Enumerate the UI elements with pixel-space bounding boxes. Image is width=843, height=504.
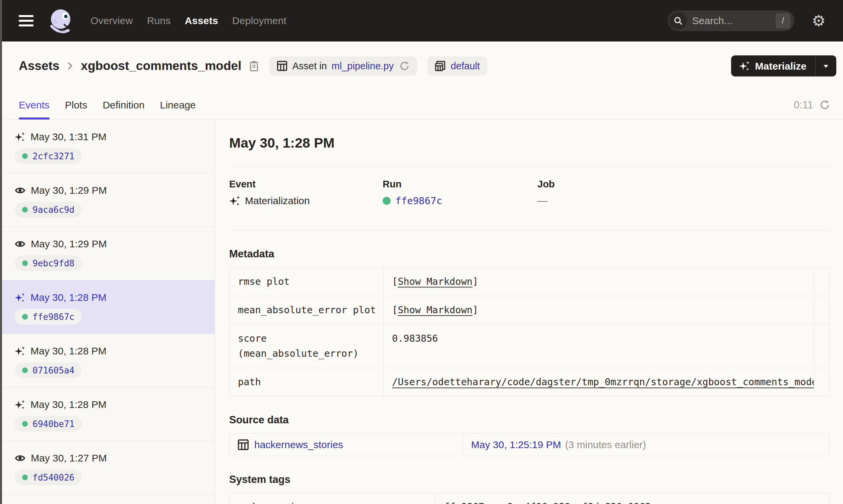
metadata-key: rmse plot bbox=[229, 268, 384, 296]
upstream-asset-link[interactable]: hackernews_stories bbox=[238, 439, 459, 450]
metadata-key: path bbox=[229, 368, 384, 396]
search-icon bbox=[669, 12, 687, 30]
show-markdown-link[interactable]: Show Markdown bbox=[398, 305, 472, 316]
event-list-item[interactable]: May 30, 1:29 PM 9aca6c9d bbox=[0, 173, 215, 227]
run-id-pill[interactable]: ffe9867c bbox=[15, 309, 82, 325]
materialize-button-group: Materialize bbox=[731, 56, 836, 77]
search-box[interactable]: / bbox=[668, 11, 794, 31]
observation-eye-icon bbox=[15, 185, 25, 196]
run-id-link[interactable]: 6940be71 bbox=[33, 419, 74, 429]
tab-events[interactable]: Events bbox=[19, 90, 50, 120]
tab-definition[interactable]: Definition bbox=[103, 90, 144, 120]
metadata-key: score (mean_absolute_error) bbox=[229, 325, 384, 368]
nav-item-overview[interactable]: Overview bbox=[90, 15, 133, 26]
copy-asset-name-icon[interactable] bbox=[248, 60, 259, 71]
show-markdown-link[interactable]: Show Markdown bbox=[398, 276, 472, 287]
nav-item-assets[interactable]: Assets bbox=[185, 15, 218, 26]
dagster-logo[interactable] bbox=[46, 7, 74, 35]
run-status-dot bbox=[22, 314, 28, 320]
divider bbox=[229, 230, 830, 231]
materialize-button[interactable]: Materialize bbox=[731, 56, 815, 77]
run-id-link[interactable]: ffe9867c bbox=[395, 195, 442, 206]
run-id-link[interactable]: fd540026 bbox=[33, 472, 74, 483]
event-list-item[interactable]: May 30, 1:31 PM 2cfc3271 bbox=[0, 120, 215, 173]
run-id-link[interactable]: ffe9867c bbox=[33, 312, 74, 322]
run-id-pill[interactable]: 6940be71 bbox=[15, 416, 82, 432]
run-id-pill[interactable]: 2cfc3271 bbox=[15, 148, 82, 164]
event-timestamp: May 30, 1:28 PM bbox=[31, 345, 106, 357]
table-row: score (mean_absolute_error) 0.983856 bbox=[229, 325, 830, 368]
tab-lineage[interactable]: Lineage bbox=[160, 90, 196, 120]
breadcrumb: Assets xgboost_comments_model bbox=[19, 59, 259, 73]
run-status-dot bbox=[22, 260, 28, 266]
event-list-item[interactable]: May 30, 1:28 PM 071605a4 bbox=[0, 334, 215, 388]
materialization-sparkle-icon bbox=[229, 195, 240, 206]
menu-icon[interactable] bbox=[19, 15, 34, 26]
run-id-link[interactable]: 2cfc3271 bbox=[33, 151, 74, 161]
materialization-sparkle-icon bbox=[15, 346, 25, 356]
run-id-link[interactable]: 9aca6c9d bbox=[33, 205, 74, 215]
nav-item-runs[interactable]: Runs bbox=[147, 15, 171, 26]
run-id-pill[interactable]: 071605a4 bbox=[15, 362, 82, 378]
search-shortcut-key: / bbox=[776, 13, 790, 29]
materialize-sparkle-icon bbox=[739, 60, 750, 71]
event-detail-panel: May 30, 1:28 PM Event Materialization Ru… bbox=[215, 120, 843, 504]
event-detail-title: May 30, 1:28 PM bbox=[229, 135, 830, 151]
search-input[interactable] bbox=[692, 15, 776, 26]
run-id-link[interactable]: 9ebc9fd8 bbox=[33, 258, 74, 268]
tab-plots[interactable]: Plots bbox=[65, 90, 87, 120]
event-list-item[interactable]: May 30, 1:28 PM 6940be71 bbox=[0, 388, 215, 441]
storage-path-link[interactable]: /Users/odetteharary/code/dagster/tmp_0mz… bbox=[392, 377, 814, 388]
metadata-value: [Show Markdown] bbox=[384, 296, 814, 325]
code-location-link[interactable]: ml_pipeline.py bbox=[332, 60, 394, 72]
materialization-sparkle-icon bbox=[15, 292, 25, 303]
top-nav: Overview Runs Assets Deployment / ⚙ bbox=[0, 0, 843, 41]
job-column-label: Job bbox=[537, 179, 555, 190]
chevron-right-icon bbox=[65, 61, 75, 71]
asset-location-prefix: Asset in bbox=[292, 60, 327, 72]
metadata-table: rmse plot [Show Markdown] mean_absolute_… bbox=[229, 267, 830, 397]
event-timestamp: May 30, 1:28 PM bbox=[31, 292, 106, 303]
bracket: [ bbox=[392, 305, 398, 316]
observation-eye-icon bbox=[15, 239, 25, 249]
nav-item-deployment[interactable]: Deployment bbox=[232, 15, 287, 26]
table-row: mean_absolute_error plot [Show Markdown] bbox=[229, 296, 830, 325]
source-data-table: hackernews_stories May 30, 1:25:19 PM(3 … bbox=[229, 433, 830, 456]
asset-location-badge[interactable]: Asset in ml_pipeline.py bbox=[269, 57, 417, 76]
window-edge bbox=[0, 0, 2, 504]
event-list-item[interactable]: May 30, 1:27 PM fd540026 bbox=[0, 441, 215, 494]
bracket: ] bbox=[472, 305, 478, 316]
table-row: rmse plot [Show Markdown] bbox=[229, 268, 830, 296]
settings-gear-icon[interactable]: ⚙ bbox=[812, 13, 826, 29]
system-tags-heading: System tags bbox=[229, 473, 830, 486]
page-header: Assets xgboost_comments_model Asset in m… bbox=[0, 41, 843, 90]
run-id-pill[interactable]: fd540026 bbox=[15, 470, 82, 485]
event-timestamp: May 30, 1:27 PM bbox=[31, 452, 107, 464]
asset-tabs: Events Plots Definition Lineage bbox=[19, 90, 196, 120]
breadcrumb-assets-link[interactable]: Assets bbox=[19, 59, 59, 73]
run-id-pill[interactable]: 9aca6c9d bbox=[15, 202, 82, 218]
system-tags-table: code_version ffe9867c-ec9c-4f06-939c-f8d… bbox=[229, 493, 830, 504]
refresh-icon[interactable] bbox=[819, 100, 830, 110]
bracket: [ bbox=[392, 276, 398, 287]
run-id-link[interactable]: 071605a4 bbox=[33, 365, 74, 376]
table-row: hackernews_stories May 30, 1:25:19 PM(3 … bbox=[229, 433, 830, 456]
metadata-action-cell bbox=[814, 268, 830, 296]
system-tag-value: ffe9867c-ec9c-4f06-939c-f8dc830c0962 bbox=[435, 493, 830, 504]
source-timestamp-link[interactable]: May 30, 1:25:19 PM bbox=[471, 439, 561, 450]
repository-badge[interactable]: default bbox=[427, 57, 487, 76]
metadata-heading: Metadata bbox=[229, 248, 830, 260]
materialization-sparkle-icon bbox=[15, 400, 25, 410]
run-id-pill[interactable]: 9ebc9fd8 bbox=[15, 255, 82, 271]
reload-location-icon[interactable] bbox=[399, 60, 410, 71]
event-list-item[interactable]: May 30, 1:29 PM 9ebc9fd8 bbox=[0, 227, 215, 281]
materialize-dropdown-button[interactable] bbox=[815, 56, 836, 77]
event-type-value: Materialization bbox=[245, 195, 310, 206]
event-list-item-selected[interactable]: May 30, 1:28 PM ffe9867c bbox=[0, 281, 215, 334]
metadata-key: mean_absolute_error plot bbox=[229, 296, 384, 325]
metadata-action-cell bbox=[814, 296, 830, 325]
table-row: path /Users/odetteharary/code/dagster/tm… bbox=[229, 368, 830, 396]
event-timestamp: May 30, 1:29 PM bbox=[31, 185, 107, 196]
event-list-item-partial bbox=[0, 494, 215, 504]
metadata-value: [Show Markdown] bbox=[384, 268, 814, 296]
